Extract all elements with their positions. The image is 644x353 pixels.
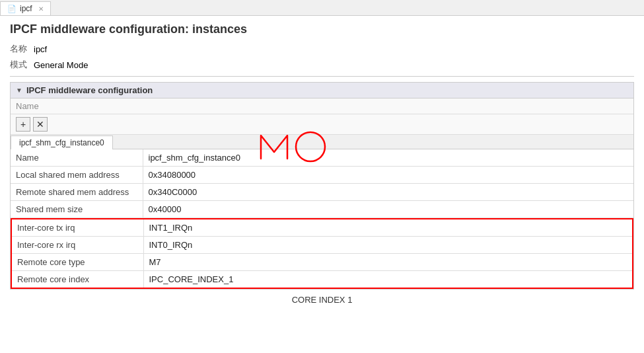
row-value: 0x40000	[143, 201, 633, 218]
row-value: ipcf_shm_cfg_instance0	[143, 149, 633, 167]
table-row: Inter-core rx irq INT0_IRQn	[11, 237, 633, 254]
row-value: M7	[143, 254, 633, 271]
row-value: 0x340C0000	[143, 184, 633, 201]
table-row: Local shared mem address 0x34080000	[11, 167, 633, 184]
tab-ipcf[interactable]: 📄 ipcf ✕	[0, 1, 51, 15]
row-label: Remote shared mem address	[11, 184, 143, 201]
name-value: ipcf	[34, 44, 47, 54]
table-row: Remote core index IPC_CORE_INDEX_1	[11, 271, 633, 289]
name-label: 名称	[10, 43, 30, 55]
mode-label: 模式	[10, 59, 30, 71]
tab-bar: 📄 ipcf ✕	[0, 0, 644, 16]
chevron-down-icon: ▼	[16, 87, 22, 94]
toolbar-row: + ✕	[11, 114, 633, 135]
add-button[interactable]: +	[16, 117, 30, 132]
row-label: Name	[11, 149, 143, 167]
table-area: Name + ✕ ipcf_shm_cfg_instance0	[10, 98, 634, 290]
tab-close-button[interactable]: ✕	[38, 5, 44, 13]
instance-tab-0[interactable]: ipcf_shm_cfg_instance0	[11, 136, 113, 149]
section-header: ▼ IPCF middleware configuration	[10, 82, 634, 98]
row-label: Inter-core tx irq	[11, 219, 143, 237]
config-table: Name ipcf_shm_cfg_instance0 Local shared…	[11, 149, 633, 218]
row-value: INT1_IRQn	[143, 219, 633, 237]
row-value: IPC_CORE_INDEX_1	[143, 271, 633, 289]
row-label: Inter-core rx irq	[11, 237, 143, 254]
name-column-label: Name	[16, 101, 39, 111]
row-label: Remote core type	[11, 254, 143, 271]
highlighted-config-table: Inter-core tx irq INT1_IRQn Inter-core r…	[11, 218, 633, 289]
name-field-row: 名称 ipcf	[10, 43, 634, 55]
row-label: Local shared mem address	[11, 167, 143, 184]
row-label: Remote core index	[11, 271, 143, 289]
remove-button[interactable]: ✕	[33, 117, 48, 132]
mode-value: General Mode	[34, 60, 88, 70]
mode-field-row: 模式 General Mode	[10, 59, 634, 71]
tab-file-icon: 📄	[7, 5, 17, 13]
page-content: IPCF middleware configuration: instances…	[0, 16, 644, 311]
row-value: 0x34080000	[143, 167, 633, 184]
table-row: Shared mem size 0x40000	[11, 201, 633, 218]
table-row: Remote core type M7	[11, 254, 633, 271]
instance-tabs: ipcf_shm_cfg_instance0	[11, 135, 633, 149]
page-title: IPCF middleware configuration: instances	[10, 22, 634, 36]
bottom-annotation-area: CORE INDEX 1	[10, 295, 634, 305]
row-label: Shared mem size	[11, 201, 143, 218]
section-label: IPCF middleware configuration	[26, 85, 153, 95]
tab-label: ipcf	[20, 4, 32, 13]
table-row: Name ipcf_shm_cfg_instance0	[11, 149, 633, 167]
divider	[10, 76, 634, 77]
table-row: Remote shared mem address 0x340C0000	[11, 184, 633, 201]
row-value: INT0_IRQn	[143, 237, 633, 254]
bottom-annotation: CORE INDEX 1	[292, 295, 353, 305]
table-row: Inter-core tx irq INT1_IRQn	[11, 219, 633, 237]
name-header-row: Name	[11, 98, 633, 114]
